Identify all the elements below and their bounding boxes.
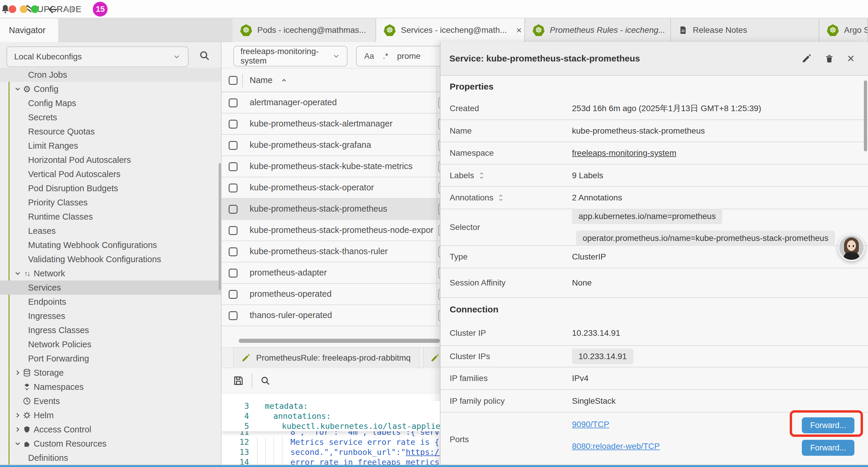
row-checkbox[interactable] <box>229 162 238 171</box>
kubeconfig-selector[interactable]: Local Kubeconfigs <box>6 47 188 67</box>
regex-toggle[interactable]: .* <box>383 52 388 61</box>
sidebar-item-ingress-classes[interactable]: Ingress Classes <box>0 323 222 337</box>
table-row[interactable]: alertmanager-operated <box>222 92 440 114</box>
row-checkbox[interactable] <box>229 226 238 235</box>
close-icon[interactable]: × <box>847 52 855 65</box>
row-checkbox[interactable] <box>229 311 238 320</box>
editor-tab-partial[interactable] <box>423 348 440 368</box>
table-row[interactable]: kube-prometheus-stack-prometheus <box>222 199 440 220</box>
user-avatar[interactable] <box>838 234 865 261</box>
traffic-light-minimize[interactable] <box>20 5 28 13</box>
chevron-right-icon[interactable] <box>14 411 22 419</box>
sidebar-item-leases[interactable]: Leases <box>0 224 222 238</box>
sidebar-item-priority-classes[interactable]: Priority Classes <box>0 195 222 209</box>
yaml-line-11[interactable]: 118", "for": "4m", labels :{ service : <box>222 431 440 437</box>
sidebar-item-cron-jobs[interactable]: Cron Jobs <box>0 68 222 82</box>
row-checkbox[interactable] <box>229 98 238 107</box>
traffic-light-close[interactable] <box>8 5 16 13</box>
namespace-selector[interactable]: freeleaps-monitoring-system <box>234 46 347 66</box>
sidebar-item-config[interactable]: ⚙Config <box>0 82 222 96</box>
row-checkbox[interactable] <box>229 141 238 150</box>
editor-tab-prometheusrule[interactable]: PrometheusRule: freeleaps-prod-rabbitmq <box>234 348 420 368</box>
table-row[interactable]: kube-prometheus-stack-alertmanager <box>222 114 440 135</box>
sidebar-item-runtime-classes[interactable]: Runtime Classes <box>0 209 222 224</box>
notification-count-badge[interactable]: 15 <box>93 2 107 17</box>
table-row[interactable]: kube-prometheus-stack-thanos-ruler <box>222 241 440 262</box>
forward-button[interactable]: Forward... <box>802 440 855 456</box>
sidebar-item-limit-ranges[interactable]: Limit Ranges <box>0 139 222 153</box>
row-checkbox[interactable] <box>229 269 238 278</box>
sidebar-item-vertical-pod-autoscalers[interactable]: Vertical Pod Autoscalers <box>0 167 222 181</box>
sidebar-item-services[interactable]: Services <box>0 281 222 295</box>
table-row[interactable]: kube-prometheus-stack-prometheus-node-ex… <box>222 220 440 241</box>
drawer-scrollbar[interactable] <box>864 80 867 151</box>
app-tab-pods[interactable]: ☸Pods - icecheng@mathmas... <box>232 18 376 42</box>
sidebar-item-network[interactable]: ↑↓Network <box>0 266 222 281</box>
port-link[interactable]: 8080:reloader-web/TCP <box>572 442 660 451</box>
sidebar-scrollbar[interactable] <box>219 163 222 290</box>
sidebar-item-ingresses[interactable]: Ingresses <box>0 309 222 323</box>
app-tab-prometheus[interactable]: ☸Prometheus Rules - icecheng... <box>525 18 671 42</box>
tab-close-icon[interactable]: × <box>516 25 522 36</box>
editor-search-icon[interactable] <box>260 375 271 386</box>
sidebar-item-namespaces[interactable]: Namespaces <box>0 380 222 394</box>
sort-toggle-icon[interactable] <box>498 194 504 202</box>
app-tab-release[interactable]: Release Notes <box>671 18 819 42</box>
forward-arrow-icon[interactable] <box>64 4 76 16</box>
app-tab-argo[interactable]: ☸Argo Se <box>819 18 868 42</box>
sidebar-item-pod-disruption-budgets[interactable]: Pod Disruption Budgets <box>0 181 222 195</box>
yaml-line-3[interactable]: 3metadata: <box>222 401 440 411</box>
name-column-header[interactable]: Name <box>250 76 272 85</box>
yaml-line-13[interactable]: 13second.","runbook_url":"https://net <box>222 447 440 457</box>
traffic-light-zoom[interactable] <box>31 5 39 13</box>
save-icon[interactable] <box>233 375 244 386</box>
sidebar-item-storage[interactable]: Storage <box>0 366 222 380</box>
app-tab-services[interactable]: ☸Services - icecheng@math...× <box>376 18 525 42</box>
row-checkbox[interactable] <box>229 247 238 256</box>
chevron-down-icon[interactable] <box>14 440 22 447</box>
port-link[interactable]: 9090/TCP <box>572 420 609 429</box>
sidebar-item-network-policies[interactable]: Network Policies <box>0 337 222 351</box>
table-horizontal-scrollbar[interactable] <box>239 339 440 343</box>
back-arrow-icon[interactable] <box>47 4 59 16</box>
yaml-line-4[interactable]: 4annotations: <box>222 411 440 421</box>
row-checkbox[interactable] <box>229 120 238 128</box>
chevron-down-icon[interactable] <box>14 269 22 277</box>
edit-pencil-icon[interactable] <box>802 54 812 63</box>
sidebar-item-resource-quotas[interactable]: Resource Quotas <box>0 124 222 139</box>
namespace-link[interactable]: freeleaps-monitoring-system <box>572 148 676 158</box>
sidebar-item-validating-webhook-configurations[interactable]: Validating Webhook Configurations <box>0 252 222 266</box>
sidebar-item-endpoints[interactable]: Endpoints <box>0 295 222 309</box>
sidebar-item-definitions[interactable]: Definitions <box>0 451 222 465</box>
sidebar-item-access-control[interactable]: Access Control <box>0 422 222 437</box>
sidebar-item-port-forwarding[interactable]: Port Forwarding <box>0 351 222 366</box>
row-checkbox[interactable] <box>229 205 238 214</box>
sidebar-search-icon[interactable] <box>198 50 210 61</box>
chevron-right-icon[interactable] <box>14 369 22 377</box>
yaml-editor[interactable]: 3metadata:4annotations:5kubectl.kubernet… <box>222 393 440 467</box>
match-case-toggle[interactable]: Aa <box>364 52 374 61</box>
sidebar-item-helm[interactable]: Helm <box>0 408 222 422</box>
chevron-right-icon[interactable] <box>14 426 22 433</box>
sidebar-item-events[interactable]: Events <box>0 394 222 408</box>
sidebar-item-custom-resources[interactable]: Custom Resources <box>0 437 222 451</box>
table-row[interactable]: thanos-ruler-operated <box>222 305 440 326</box>
select-all-checkbox[interactable] <box>229 76 238 85</box>
sidebar-item-mutating-webhook-configurations[interactable]: Mutating Webhook Configurations <box>0 238 222 252</box>
filter-input[interactable]: Aa .* prome <box>356 46 440 66</box>
row-checkbox[interactable] <box>229 290 238 299</box>
sort-toggle-icon[interactable] <box>478 172 485 179</box>
chevron-down-icon[interactable] <box>14 85 22 93</box>
sidebar-item-config-maps[interactable]: Config Maps <box>0 96 222 110</box>
table-row[interactable]: prometheus-adapter <box>222 262 440 284</box>
table-row[interactable]: kube-prometheus-stack-kube-state-metrics <box>222 156 440 177</box>
delete-trash-icon[interactable] <box>825 53 834 64</box>
yaml-line-12[interactable]: 12Metrics service error rate is {{ $va <box>222 437 440 447</box>
table-row[interactable]: kube-prometheus-stack-operator <box>222 177 440 199</box>
row-checkbox[interactable] <box>229 183 238 193</box>
table-row[interactable]: prometheus-operated <box>222 284 440 305</box>
sidebar-item-secrets[interactable]: Secrets <box>0 110 222 124</box>
navigator-panel-tab[interactable]: Navigator <box>0 18 58 42</box>
yaml-line-5[interactable]: 5kubectl.kubernetes.io/last-applied-co <box>222 421 440 431</box>
sort-ascending-icon[interactable] <box>280 77 288 84</box>
